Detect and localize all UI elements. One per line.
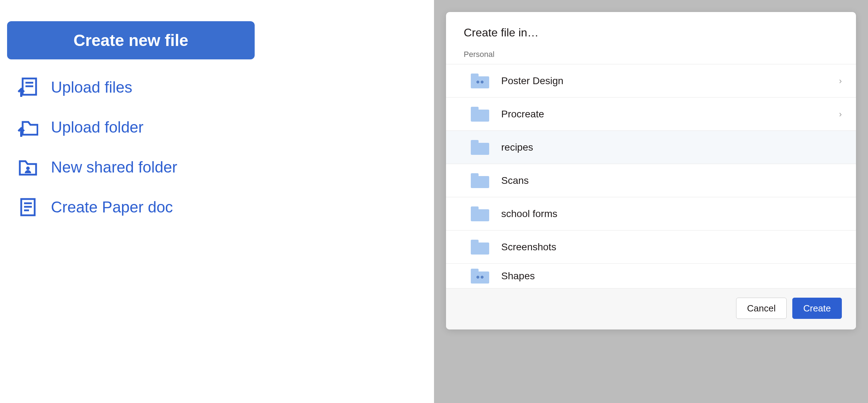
action-label: Upload files [51, 78, 132, 96]
create-panel: Create new file Upload files Upload f [0, 0, 434, 403]
new-shared-folder-action[interactable]: New shared folder [18, 157, 427, 177]
svg-point-3 [26, 167, 30, 170]
shared-folder-icon [471, 269, 489, 284]
folder-row-procreate[interactable]: Procreate › [446, 97, 856, 130]
create-new-file-button[interactable]: Create new file [7, 21, 255, 59]
folder-label: Scans [501, 175, 842, 186]
folder-row-screenshots[interactable]: Screenshots [446, 230, 856, 263]
folder-label: Poster Design [501, 75, 839, 87]
create-button[interactable]: Create [792, 298, 842, 319]
action-label: New shared folder [51, 158, 177, 176]
folder-label: recipes [501, 142, 842, 153]
folder-row-recipes[interactable]: recipes [446, 130, 856, 164]
modal-section-label: Personal [446, 50, 856, 64]
chevron-right-icon: › [839, 109, 842, 119]
folder-list: Poster Design › Procreate › recipes Scan… [446, 64, 856, 288]
folder-icon [471, 173, 489, 188]
folder-icon [471, 206, 489, 221]
folder-icon [471, 240, 489, 255]
chevron-right-icon: › [839, 76, 842, 86]
action-label: Upload folder [51, 118, 144, 136]
folder-label: Screenshots [501, 241, 842, 253]
modal-title: Create file in… [446, 12, 856, 50]
modal-backdrop: Create file in… Personal Poster Design ›… [434, 0, 868, 403]
folder-row-scans[interactable]: Scans [446, 164, 856, 197]
paper-doc-icon [18, 197, 38, 217]
create-paper-doc-action[interactable]: Create Paper doc [18, 197, 427, 217]
folder-icon [471, 140, 489, 155]
upload-file-icon [18, 77, 38, 98]
folder-row-school-forms[interactable]: school forms [446, 197, 856, 230]
upload-files-action[interactable]: Upload files [18, 77, 427, 98]
create-file-modal: Create file in… Personal Poster Design ›… [446, 12, 856, 329]
cancel-button[interactable]: Cancel [736, 298, 787, 319]
folder-label: Procreate [501, 109, 839, 120]
folder-label: school forms [501, 208, 842, 220]
upload-folder-icon [18, 117, 38, 138]
shared-folder-icon [471, 74, 489, 88]
folder-icon [471, 107, 489, 122]
folder-label: Shapes [501, 270, 842, 282]
modal-footer: Cancel Create [446, 288, 856, 329]
action-label: Create Paper doc [51, 198, 173, 216]
folder-row-poster-design[interactable]: Poster Design › [446, 64, 856, 97]
action-list: Upload files Upload folder New shared fo… [7, 77, 427, 217]
folder-row-shapes[interactable]: Shapes [446, 263, 856, 288]
shared-folder-icon [18, 157, 38, 177]
upload-folder-action[interactable]: Upload folder [18, 117, 427, 138]
